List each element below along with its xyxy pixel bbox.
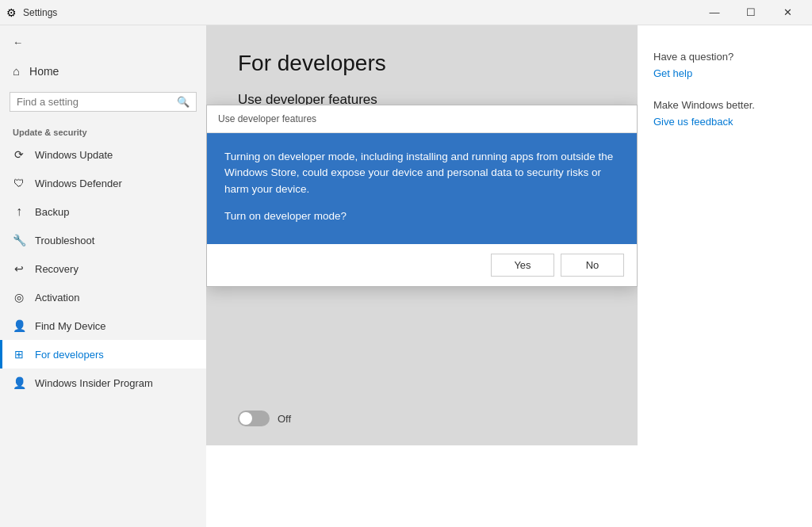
- windows-update-icon: ⟳: [13, 148, 25, 161]
- recovery-icon: ↩: [13, 262, 25, 275]
- sidebar: ← ⌂ Home 🔍 Update & security ⟳ Windows U…: [0, 25, 206, 527]
- sidebar-item-label: For developers: [35, 349, 104, 361]
- sidebar-item-label: Windows Insider Program: [35, 377, 153, 389]
- sidebar-section-label: Update & security: [0, 118, 206, 140]
- backup-icon: ↑: [13, 205, 25, 218]
- sidebar-item-activation[interactable]: ◎ Activation: [0, 283, 206, 311]
- back-icon: ←: [13, 36, 23, 48]
- sidebar-item-windows-defender[interactable]: 🛡 Windows Defender: [0, 169, 206, 197]
- sidebar-item-label: Recovery: [35, 263, 79, 275]
- right-section-feedback: Make Windows better. Give us feedback: [653, 99, 796, 128]
- for-developers-icon: ⊞: [13, 348, 25, 361]
- search-input[interactable]: [17, 96, 172, 108]
- sidebar-item-backup[interactable]: ↑ Backup: [0, 197, 206, 226]
- sidebar-item-label: Troubleshoot: [35, 235, 94, 246]
- give-feedback-link[interactable]: Give us feedback: [653, 116, 733, 128]
- title-bar-left: ⚙ Settings: [6, 6, 57, 19]
- developer-mode-dialog: Use developer features Turning on develo…: [206, 105, 638, 287]
- right-panel: Have a question? Get help Make Windows b…: [638, 25, 812, 527]
- app-body: ← ⌂ Home 🔍 Update & security ⟳ Windows U…: [0, 25, 812, 527]
- search-icon: 🔍: [177, 96, 190, 108]
- dialog-question: Turn on developer mode?: [224, 210, 619, 222]
- sidebar-item-for-developers[interactable]: ⊞ For developers: [0, 340, 206, 369]
- maximize-button[interactable]: ☐: [733, 0, 769, 25]
- minimize-button[interactable]: —: [696, 0, 733, 25]
- title-bar-title: Settings: [23, 7, 57, 18]
- windows-insider-icon: 👤: [13, 376, 25, 389]
- close-button[interactable]: ✕: [769, 0, 806, 25]
- dialog-body-text: Turning on developer mode, including ins…: [224, 149, 619, 197]
- title-bar-controls: — ☐ ✕: [696, 0, 806, 25]
- sidebar-item-label: Windows Defender: [35, 178, 122, 189]
- main-content: For developers Use developer features Th…: [206, 25, 638, 527]
- windows-defender-icon: 🛡: [13, 177, 25, 189]
- sidebar-item-windows-insider[interactable]: 👤 Windows Insider Program: [0, 369, 206, 397]
- sidebar-item-label: Activation: [35, 292, 79, 304]
- content-area: For developers Use developer features Th…: [206, 25, 638, 445]
- sidebar-item-home[interactable]: ⌂ Home: [0, 56, 206, 86]
- get-help-link[interactable]: Get help: [653, 67, 692, 79]
- dialog-header: Use developer features: [207, 105, 637, 133]
- title-bar: ⚙ Settings — ☐ ✕: [0, 0, 812, 25]
- activation-icon: ◎: [13, 291, 25, 304]
- sidebar-item-label: Find My Device: [35, 320, 106, 332]
- sidebar-item-label: Windows Update: [35, 149, 113, 161]
- dialog-footer: Yes No: [207, 244, 637, 286]
- sidebar-item-find-my-device[interactable]: 👤 Find My Device: [0, 311, 206, 340]
- sidebar-item-label: Backup: [35, 206, 69, 218]
- sidebar-item-windows-update[interactable]: ⟳ Windows Update: [0, 140, 206, 169]
- right-question-label: Have a question?: [653, 51, 796, 63]
- back-button[interactable]: ←: [0, 29, 206, 56]
- right-make-better-label: Make Windows better.: [653, 99, 796, 111]
- right-section-help: Have a question? Get help: [653, 51, 796, 80]
- dialog-no-button[interactable]: No: [561, 254, 624, 277]
- developer-toggle[interactable]: [238, 411, 270, 426]
- sidebar-item-recovery[interactable]: ↩ Recovery: [0, 254, 206, 283]
- troubleshoot-icon: 🔧: [13, 234, 25, 246]
- dialog-yes-button[interactable]: Yes: [491, 254, 554, 277]
- dialog-body: Turning on developer mode, including ins…: [207, 133, 637, 244]
- sidebar-item-troubleshoot[interactable]: 🔧 Troubleshoot: [0, 226, 206, 254]
- content-wrapper: For developers Use developer features Th…: [206, 25, 812, 527]
- home-label: Home: [29, 65, 59, 78]
- home-icon: ⌂: [13, 64, 20, 78]
- find-my-device-icon: 👤: [13, 319, 25, 332]
- dialog-backdrop: Use developer features Turning on develo…: [206, 25, 638, 445]
- search-box: 🔍: [10, 92, 197, 112]
